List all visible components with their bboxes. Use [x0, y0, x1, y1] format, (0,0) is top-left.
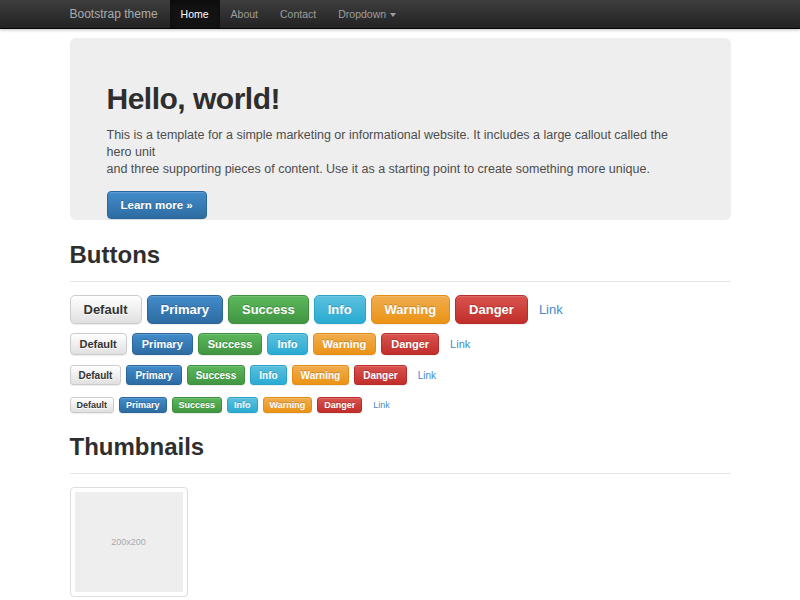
- hero-title: Hello, world!: [107, 82, 694, 116]
- hero-description-line1: This is a template for a simple marketin…: [107, 127, 694, 161]
- buttons-section-title: Buttons: [70, 241, 731, 269]
- nav-item-contact[interactable]: Contact: [269, 0, 327, 28]
- primary-button-small[interactable]: Primary: [126, 365, 181, 385]
- success-button-xs[interactable]: Success: [172, 397, 223, 413]
- nav-item-home-label: Home: [181, 0, 209, 29]
- warning-button-small[interactable]: Warning: [292, 365, 350, 385]
- default-button-large[interactable]: Default: [70, 295, 142, 324]
- nav-item-home[interactable]: Home: [170, 0, 220, 28]
- button-row-small: Default Primary Success Info Warning Dan…: [70, 365, 731, 385]
- info-button-xs[interactable]: Info: [227, 397, 258, 413]
- thumbnails-section-title: Thumbnails: [70, 433, 731, 461]
- info-button-small[interactable]: Info: [250, 365, 286, 385]
- button-row-extra-small: Default Primary Success Info Warning Dan…: [70, 397, 731, 413]
- danger-button-large[interactable]: Danger: [455, 295, 528, 324]
- learn-more-button[interactable]: Learn more »: [107, 191, 207, 219]
- link-button[interactable]: Link: [450, 338, 470, 350]
- success-button-small[interactable]: Success: [187, 365, 246, 385]
- hero-unit: Hello, world! This is a template for a s…: [70, 38, 731, 220]
- info-button-large[interactable]: Info: [314, 295, 366, 324]
- hero-description: This is a template for a simple marketin…: [107, 127, 694, 178]
- primary-button-xs[interactable]: Primary: [119, 397, 167, 413]
- danger-button[interactable]: Danger: [381, 333, 439, 355]
- thumbnail-placeholder-image: 200x200: [75, 492, 183, 592]
- navbar-menu: Home About Contact Dropdown: [170, 0, 408, 28]
- info-button[interactable]: Info: [267, 333, 307, 355]
- success-button-large[interactable]: Success: [228, 295, 309, 324]
- default-button-small[interactable]: Default: [70, 365, 122, 385]
- nav-item-about[interactable]: About: [220, 0, 269, 28]
- link-button-small[interactable]: Link: [418, 370, 436, 381]
- button-row-default: Default Primary Success Info Warning Dan…: [70, 333, 731, 355]
- nav-item-dropdown-label: Dropdown: [338, 0, 386, 29]
- caret-down-icon: [390, 13, 396, 17]
- warning-button-xs[interactable]: Warning: [263, 397, 313, 413]
- thumbnail-item[interactable]: 200x200: [70, 487, 188, 597]
- success-button[interactable]: Success: [198, 333, 263, 355]
- button-row-large: Default Primary Success Info Warning Dan…: [70, 295, 731, 324]
- warning-button[interactable]: Warning: [313, 333, 377, 355]
- primary-button[interactable]: Primary: [132, 333, 193, 355]
- link-button-xs[interactable]: Link: [373, 400, 390, 410]
- hero-description-line2: and three supporting pieces of content. …: [107, 161, 694, 178]
- primary-button-large[interactable]: Primary: [147, 295, 223, 324]
- nav-item-dropdown[interactable]: Dropdown: [327, 0, 407, 28]
- thumbnail-placeholder-label: 200x200: [111, 537, 146, 547]
- link-button-large[interactable]: Link: [539, 302, 563, 317]
- section-divider: [70, 473, 731, 474]
- default-button[interactable]: Default: [70, 333, 127, 355]
- navbar-brand[interactable]: Bootstrap theme: [70, 0, 170, 28]
- danger-button-small[interactable]: Danger: [354, 365, 406, 385]
- nav-item-about-label: About: [231, 0, 258, 29]
- default-button-xs[interactable]: Default: [70, 397, 115, 413]
- nav-item-contact-label: Contact: [280, 0, 316, 29]
- warning-button-large[interactable]: Warning: [371, 295, 451, 324]
- navbar: Bootstrap theme Home About Contact Dropd…: [0, 0, 800, 29]
- section-divider: [70, 281, 731, 282]
- danger-button-xs[interactable]: Danger: [317, 397, 362, 413]
